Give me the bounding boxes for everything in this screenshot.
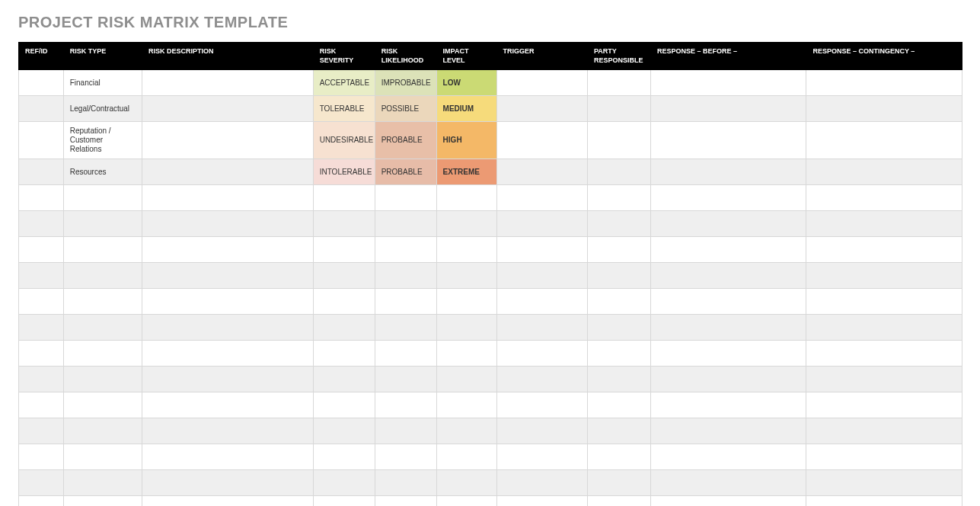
cell-empty[interactable]	[806, 470, 962, 496]
cell-empty[interactable]	[313, 367, 375, 392]
cell-empty[interactable]	[651, 289, 806, 315]
cell-impact-level[interactable]: HIGH	[436, 122, 496, 159]
cell-empty[interactable]	[436, 237, 496, 263]
cell-empty[interactable]	[496, 289, 587, 315]
cell-empty[interactable]	[313, 444, 375, 470]
cell-empty[interactable]	[806, 444, 962, 470]
cell-empty[interactable]	[806, 418, 962, 444]
cell-empty[interactable]	[19, 315, 64, 341]
cell-empty[interactable]	[375, 444, 436, 470]
cell-empty[interactable]	[806, 289, 962, 315]
cell-empty[interactable]	[313, 470, 375, 496]
cell-response-before[interactable]	[651, 159, 806, 185]
cell-empty[interactable]	[806, 496, 962, 506]
cell-risk-severity[interactable]: INTOLERABLE	[313, 159, 375, 185]
cell-empty[interactable]	[588, 315, 651, 341]
cell-empty[interactable]	[63, 470, 142, 496]
cell-ref-id[interactable]	[19, 70, 64, 96]
cell-empty[interactable]	[63, 185, 142, 211]
cell-risk-description[interactable]	[142, 159, 313, 185]
cell-impact-level[interactable]: EXTREME	[436, 159, 496, 185]
cell-empty[interactable]	[63, 315, 142, 341]
cell-party-responsible[interactable]	[588, 96, 651, 122]
cell-empty[interactable]	[375, 392, 436, 418]
cell-risk-type[interactable]: Resources	[63, 159, 142, 185]
cell-empty[interactable]	[313, 496, 375, 506]
cell-empty[interactable]	[806, 237, 962, 263]
cell-empty[interactable]	[588, 470, 651, 496]
cell-empty[interactable]	[63, 263, 142, 289]
cell-empty[interactable]	[19, 237, 64, 263]
cell-ref-id[interactable]	[19, 159, 64, 185]
cell-empty[interactable]	[436, 418, 496, 444]
cell-empty[interactable]	[496, 418, 587, 444]
cell-trigger[interactable]	[496, 122, 587, 159]
cell-empty[interactable]	[375, 211, 436, 237]
cell-empty[interactable]	[142, 263, 313, 289]
cell-empty[interactable]	[19, 444, 64, 470]
cell-empty[interactable]	[313, 185, 375, 211]
cell-empty[interactable]	[806, 367, 962, 392]
cell-empty[interactable]	[142, 470, 313, 496]
cell-empty[interactable]	[806, 263, 962, 289]
cell-empty[interactable]	[375, 367, 436, 392]
cell-risk-severity[interactable]: TOLERABLE	[313, 96, 375, 122]
cell-empty[interactable]	[651, 418, 806, 444]
cell-empty[interactable]	[651, 367, 806, 392]
cell-empty[interactable]	[651, 392, 806, 418]
cell-empty[interactable]	[651, 341, 806, 367]
cell-trigger[interactable]	[496, 70, 587, 96]
cell-empty[interactable]	[496, 444, 587, 470]
cell-risk-type[interactable]: Legal/Contractual	[63, 96, 142, 122]
cell-empty[interactable]	[63, 341, 142, 367]
cell-empty[interactable]	[142, 315, 313, 341]
cell-empty[interactable]	[142, 496, 313, 506]
cell-empty[interactable]	[496, 392, 587, 418]
cell-empty[interactable]	[375, 289, 436, 315]
cell-empty[interactable]	[19, 341, 64, 367]
cell-empty[interactable]	[496, 496, 587, 506]
cell-empty[interactable]	[375, 418, 436, 444]
cell-empty[interactable]	[19, 496, 64, 506]
cell-empty[interactable]	[63, 237, 142, 263]
cell-empty[interactable]	[436, 211, 496, 237]
cell-empty[interactable]	[588, 341, 651, 367]
cell-empty[interactable]	[19, 470, 64, 496]
cell-impact-level[interactable]: MEDIUM	[436, 96, 496, 122]
cell-empty[interactable]	[142, 367, 313, 392]
cell-empty[interactable]	[436, 289, 496, 315]
cell-response-before[interactable]	[651, 122, 806, 159]
cell-response-contingency[interactable]	[806, 70, 962, 96]
cell-risk-likelihood[interactable]: PROBABLE	[375, 122, 436, 159]
cell-empty[interactable]	[588, 185, 651, 211]
cell-party-responsible[interactable]	[588, 70, 651, 96]
cell-trigger[interactable]	[496, 159, 587, 185]
cell-empty[interactable]	[436, 185, 496, 211]
cell-empty[interactable]	[63, 496, 142, 506]
cell-risk-likelihood[interactable]: POSSIBLE	[375, 96, 436, 122]
cell-empty[interactable]	[313, 211, 375, 237]
cell-empty[interactable]	[313, 237, 375, 263]
cell-empty[interactable]	[588, 211, 651, 237]
cell-empty[interactable]	[19, 263, 64, 289]
cell-response-before[interactable]	[651, 70, 806, 96]
cell-empty[interactable]	[63, 289, 142, 315]
cell-empty[interactable]	[588, 367, 651, 392]
cell-empty[interactable]	[496, 237, 587, 263]
cell-empty[interactable]	[19, 289, 64, 315]
cell-empty[interactable]	[375, 470, 436, 496]
cell-empty[interactable]	[375, 237, 436, 263]
cell-empty[interactable]	[19, 185, 64, 211]
cell-empty[interactable]	[436, 444, 496, 470]
cell-empty[interactable]	[436, 263, 496, 289]
cell-empty[interactable]	[651, 185, 806, 211]
cell-empty[interactable]	[63, 367, 142, 392]
cell-empty[interactable]	[63, 444, 142, 470]
cell-empty[interactable]	[19, 211, 64, 237]
cell-empty[interactable]	[375, 185, 436, 211]
cell-empty[interactable]	[588, 289, 651, 315]
cell-empty[interactable]	[436, 367, 496, 392]
cell-empty[interactable]	[19, 367, 64, 392]
cell-empty[interactable]	[436, 470, 496, 496]
cell-empty[interactable]	[806, 341, 962, 367]
